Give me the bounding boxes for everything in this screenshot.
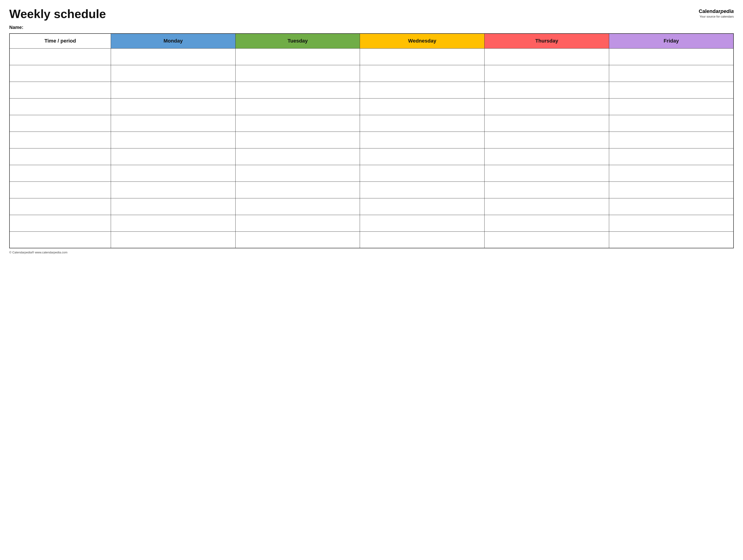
table-cell[interactable] bbox=[235, 165, 360, 181]
table-cell[interactable] bbox=[609, 181, 734, 198]
table-cell[interactable] bbox=[235, 181, 360, 198]
table-cell[interactable] bbox=[111, 148, 235, 165]
table-cell[interactable] bbox=[9, 82, 111, 98]
table-cell[interactable] bbox=[9, 132, 111, 148]
table-cell[interactable] bbox=[485, 115, 609, 132]
table-cell[interactable] bbox=[111, 115, 235, 132]
table-cell[interactable] bbox=[9, 115, 111, 132]
table-cell[interactable] bbox=[609, 132, 734, 148]
table-cell[interactable] bbox=[235, 148, 360, 165]
table-row bbox=[9, 98, 734, 115]
col-header-tuesday: Tuesday bbox=[235, 34, 360, 48]
table-cell[interactable] bbox=[609, 82, 734, 98]
table-cell[interactable] bbox=[360, 82, 485, 98]
table-cell[interactable] bbox=[9, 231, 111, 248]
logo-text: Calendarpedia bbox=[699, 8, 734, 14]
name-label: Name: bbox=[9, 25, 734, 30]
table-cell[interactable] bbox=[360, 48, 485, 65]
table-cell[interactable] bbox=[609, 231, 734, 248]
weekly-schedule-table: Time / period Monday Tuesday Wednesday T… bbox=[9, 33, 734, 248]
table-row bbox=[9, 148, 734, 165]
table-cell[interactable] bbox=[485, 148, 609, 165]
table-cell[interactable] bbox=[111, 65, 235, 82]
table-cell[interactable] bbox=[111, 82, 235, 98]
table-cell[interactable] bbox=[9, 48, 111, 65]
table-cell[interactable] bbox=[111, 181, 235, 198]
table-cell[interactable] bbox=[360, 65, 485, 82]
table-cell[interactable] bbox=[235, 65, 360, 82]
table-cell[interactable] bbox=[485, 198, 609, 215]
table-cell[interactable] bbox=[360, 148, 485, 165]
logo-pedia: pedia bbox=[720, 8, 734, 14]
logo-area: Calendarpedia Your source for calendars bbox=[699, 8, 734, 18]
table-cell[interactable] bbox=[111, 198, 235, 215]
col-header-time: Time / period bbox=[9, 34, 111, 48]
table-cell[interactable] bbox=[235, 82, 360, 98]
table-cell[interactable] bbox=[609, 115, 734, 132]
table-cell[interactable] bbox=[9, 215, 111, 231]
table-cell[interactable] bbox=[235, 231, 360, 248]
table-row bbox=[9, 82, 734, 98]
table-cell[interactable] bbox=[235, 198, 360, 215]
logo-subtitle: Your source for calendars bbox=[700, 15, 734, 18]
table-cell[interactable] bbox=[111, 132, 235, 148]
table-cell[interactable] bbox=[609, 215, 734, 231]
table-row bbox=[9, 181, 734, 198]
table-row bbox=[9, 231, 734, 248]
table-cell[interactable] bbox=[360, 181, 485, 198]
table-cell[interactable] bbox=[360, 231, 485, 248]
page-header: Weekly schedule Calendarpedia Your sourc… bbox=[9, 7, 734, 20]
table-cell[interactable] bbox=[111, 215, 235, 231]
table-cell[interactable] bbox=[485, 48, 609, 65]
table-cell[interactable] bbox=[9, 148, 111, 165]
logo-calendar: Calendar bbox=[699, 8, 720, 14]
col-header-friday: Friday bbox=[609, 34, 734, 48]
col-header-monday: Monday bbox=[111, 34, 235, 48]
table-row bbox=[9, 65, 734, 82]
table-cell[interactable] bbox=[9, 165, 111, 181]
table-row bbox=[9, 48, 734, 65]
table-cell[interactable] bbox=[485, 231, 609, 248]
header-row: Time / period Monday Tuesday Wednesday T… bbox=[9, 34, 734, 48]
table-cell[interactable] bbox=[360, 132, 485, 148]
page-title: Weekly schedule bbox=[9, 7, 106, 20]
table-cell[interactable] bbox=[235, 215, 360, 231]
table-cell[interactable] bbox=[360, 115, 485, 132]
table-cell[interactable] bbox=[111, 48, 235, 65]
table-cell[interactable] bbox=[111, 165, 235, 181]
table-cell[interactable] bbox=[9, 65, 111, 82]
table-cell[interactable] bbox=[485, 132, 609, 148]
table-cell[interactable] bbox=[360, 215, 485, 231]
table-cell[interactable] bbox=[485, 165, 609, 181]
table-cell[interactable] bbox=[609, 65, 734, 82]
table-cell[interactable] bbox=[485, 98, 609, 115]
table-row bbox=[9, 115, 734, 132]
table-cell[interactable] bbox=[485, 65, 609, 82]
col-header-wednesday: Wednesday bbox=[360, 34, 485, 48]
table-cell[interactable] bbox=[485, 181, 609, 198]
table-cell[interactable] bbox=[360, 98, 485, 115]
table-cell[interactable] bbox=[235, 132, 360, 148]
table-cell[interactable] bbox=[360, 198, 485, 215]
table-cell[interactable] bbox=[609, 98, 734, 115]
table-cell[interactable] bbox=[609, 148, 734, 165]
table-cell[interactable] bbox=[360, 165, 485, 181]
table-cell[interactable] bbox=[485, 82, 609, 98]
table-cell[interactable] bbox=[9, 98, 111, 115]
table-cell[interactable] bbox=[609, 165, 734, 181]
table-cell[interactable] bbox=[235, 98, 360, 115]
table-row bbox=[9, 132, 734, 148]
table-row bbox=[9, 165, 734, 181]
table-cell[interactable] bbox=[609, 198, 734, 215]
table-cell[interactable] bbox=[9, 181, 111, 198]
table-row bbox=[9, 215, 734, 231]
table-cell[interactable] bbox=[111, 98, 235, 115]
table-cell[interactable] bbox=[235, 48, 360, 65]
table-cell[interactable] bbox=[235, 115, 360, 132]
table-cell[interactable] bbox=[111, 231, 235, 248]
table-cell[interactable] bbox=[485, 215, 609, 231]
footer-text: © Calendarpedia® www.calendarpedia.com bbox=[9, 251, 734, 254]
table-cell[interactable] bbox=[9, 198, 111, 215]
table-row bbox=[9, 198, 734, 215]
table-cell[interactable] bbox=[609, 48, 734, 65]
